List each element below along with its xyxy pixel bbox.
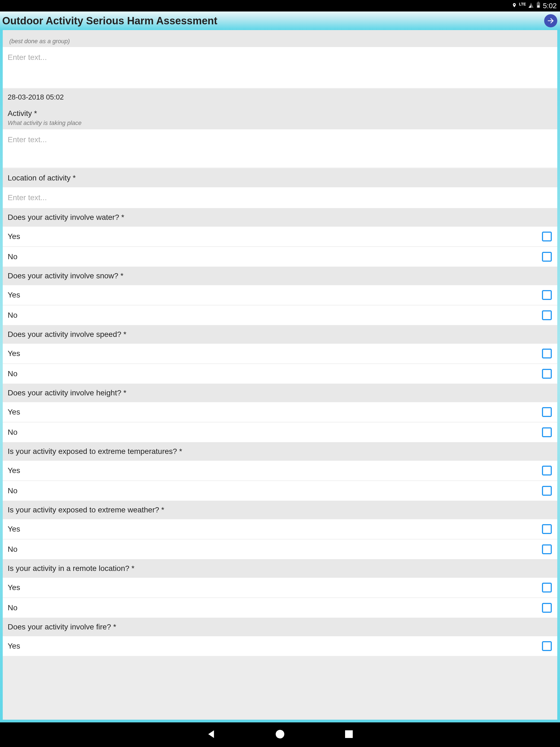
snow-no-checkbox[interactable] bbox=[542, 310, 552, 320]
question-speed: Does your activity involve speed? * bbox=[3, 325, 557, 344]
option-label: Yes bbox=[8, 232, 20, 241]
nav-back-button[interactable] bbox=[205, 728, 217, 741]
option-label: No bbox=[8, 428, 18, 437]
water-yes-row[interactable]: Yes bbox=[3, 227, 557, 247]
height-yes-row[interactable]: Yes bbox=[3, 402, 557, 422]
top-hint: (best done as a group) bbox=[9, 38, 552, 45]
option-label: No bbox=[8, 252, 18, 261]
status-bar: LTE 5:02 bbox=[0, 0, 560, 11]
option-label: No bbox=[8, 369, 18, 378]
temp-yes-checkbox[interactable] bbox=[542, 466, 552, 475]
remote-yes-checkbox[interactable] bbox=[542, 583, 552, 593]
option-label: Yes bbox=[8, 291, 20, 300]
question-snow: Does your activity involve snow? * bbox=[3, 266, 557, 285]
weather-no-row[interactable]: No bbox=[3, 539, 557, 559]
temp-yes-row[interactable]: Yes bbox=[3, 461, 557, 481]
water-no-checkbox[interactable] bbox=[542, 252, 552, 262]
option-label: No bbox=[8, 311, 18, 319]
app-header: Outdoor Activity Serious Harm Assessment bbox=[0, 11, 560, 30]
option-label: Yes bbox=[8, 349, 20, 358]
question-remote: Is your activity in a remote location? * bbox=[3, 559, 557, 578]
option-label: Yes bbox=[8, 642, 20, 650]
circle-home-icon bbox=[274, 728, 286, 740]
status-time: 5:02 bbox=[543, 2, 557, 10]
form-content: (best done as a group) 28-03-2018 05:02 … bbox=[3, 30, 557, 720]
weather-no-checkbox[interactable] bbox=[542, 544, 552, 554]
remote-no-row[interactable]: No bbox=[3, 598, 557, 618]
option-label: No bbox=[8, 603, 18, 612]
option-label: No bbox=[8, 486, 18, 495]
svg-rect-2 bbox=[537, 5, 539, 7]
height-yes-checkbox[interactable] bbox=[542, 407, 552, 417]
option-label: Yes bbox=[8, 408, 20, 416]
lte-indicator: LTE bbox=[519, 2, 526, 6]
square-recent-icon bbox=[343, 728, 355, 740]
speed-no-row[interactable]: No bbox=[3, 364, 557, 384]
water-yes-checkbox[interactable] bbox=[542, 232, 552, 241]
triangle-back-icon bbox=[205, 728, 217, 740]
height-no-row[interactable]: No bbox=[3, 422, 557, 442]
speed-yes-row[interactable]: Yes bbox=[3, 344, 557, 363]
timestamp-section: 28-03-2018 05:02 bbox=[3, 89, 557, 105]
question-height: Does your activity involve height? * bbox=[3, 384, 557, 402]
snow-yes-checkbox[interactable] bbox=[542, 290, 552, 300]
question-temperature: Is your activity exposed to extreme temp… bbox=[3, 442, 557, 461]
fire-yes-checkbox[interactable] bbox=[542, 641, 552, 651]
activity-label: Activity * bbox=[8, 109, 552, 118]
option-label: Yes bbox=[8, 583, 20, 592]
question-water: Does your activity involve water? * bbox=[3, 208, 557, 227]
question-fire: Does your activity involve fire? * bbox=[3, 618, 557, 636]
weather-yes-row[interactable]: Yes bbox=[3, 519, 557, 539]
svg-rect-4 bbox=[345, 730, 353, 738]
activity-hint: What activity is taking place bbox=[8, 120, 552, 127]
remote-yes-row[interactable]: Yes bbox=[3, 578, 557, 597]
weather-yes-checkbox[interactable] bbox=[542, 524, 552, 534]
fire-yes-row[interactable]: Yes bbox=[3, 636, 557, 656]
signal-icon bbox=[528, 2, 534, 10]
water-no-row[interactable]: No bbox=[3, 247, 557, 266]
location-label: Location of activity * bbox=[3, 169, 557, 187]
option-label: Yes bbox=[8, 525, 20, 534]
option-label: Yes bbox=[8, 466, 20, 475]
group-input[interactable] bbox=[3, 47, 557, 88]
speed-yes-checkbox[interactable] bbox=[542, 349, 552, 358]
arrow-right-icon bbox=[546, 17, 555, 25]
location-input[interactable] bbox=[3, 187, 557, 208]
navigation-bar bbox=[0, 722, 560, 747]
activity-input[interactable] bbox=[3, 129, 557, 168]
nav-home-button[interactable] bbox=[274, 728, 286, 741]
temp-no-row[interactable]: No bbox=[3, 481, 557, 500]
battery-icon bbox=[536, 2, 541, 10]
option-label: No bbox=[8, 545, 18, 554]
page-title: Outdoor Activity Serious Harm Assessment bbox=[2, 15, 218, 27]
question-weather: Is your activity exposed to extreme weat… bbox=[3, 500, 557, 519]
app-container: Outdoor Activity Serious Harm Assessment… bbox=[0, 11, 560, 722]
temp-no-checkbox[interactable] bbox=[542, 486, 552, 496]
nav-recent-button[interactable] bbox=[343, 728, 355, 741]
remote-no-checkbox[interactable] bbox=[542, 603, 552, 613]
timestamp-value: 28-03-2018 05:02 bbox=[8, 93, 552, 101]
location-icon bbox=[512, 2, 517, 10]
svg-rect-1 bbox=[538, 2, 539, 3]
snow-no-row[interactable]: No bbox=[3, 305, 557, 325]
top-hint-section: (best done as a group) bbox=[3, 30, 557, 47]
svg-point-3 bbox=[276, 730, 284, 739]
next-button[interactable] bbox=[544, 14, 557, 27]
height-no-checkbox[interactable] bbox=[542, 428, 552, 437]
speed-no-checkbox[interactable] bbox=[542, 369, 552, 379]
activity-section: Activity * What activity is taking place bbox=[3, 105, 557, 129]
snow-yes-row[interactable]: Yes bbox=[3, 285, 557, 305]
